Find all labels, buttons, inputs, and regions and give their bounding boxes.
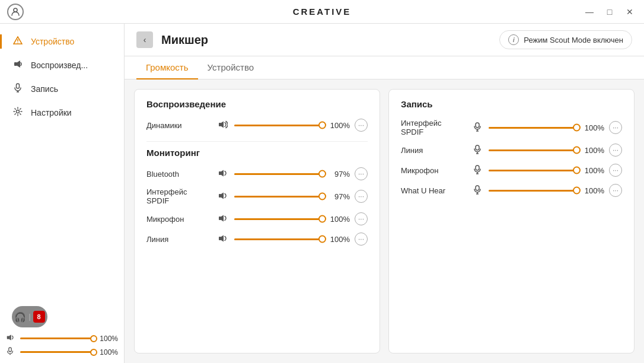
line-monitor-label: Линия [146, 235, 212, 244]
mic-monitor-more-button[interactable]: ··· [355, 212, 368, 225]
spdif-monitor-pct: 97% [327, 192, 350, 201]
svg-rect-22 [476, 165, 479, 170]
sidebar-mic-volume[interactable]: 100% [6, 347, 118, 357]
sidebar-mic-slider[interactable] [20, 351, 94, 353]
svg-rect-9 [9, 348, 11, 352]
mixer-row-spdif: Интерфейс SPDIF 97% ··· [146, 184, 368, 209]
sidebar-speaker-slider[interactable] [20, 337, 94, 339]
spdif-speaker-icon [216, 192, 229, 202]
main-layout: Устройство Воспроизвед... [0, 24, 644, 363]
monitoring-section-title: Мониторинг [146, 148, 368, 158]
svg-rect-3 [14, 62, 17, 66]
sidebar-item-playback[interactable]: Воспроизвед... [0, 53, 124, 77]
svg-point-7 [17, 110, 20, 113]
svg-rect-4 [17, 84, 20, 88]
scout-mode-badge: i Режим Scout Mode включен [499, 30, 632, 49]
sidebar-mic-pct: 100% [97, 348, 118, 356]
content-header: ‹ Микшер i Режим Scout Mode включен [125, 24, 644, 56]
svg-rect-8 [7, 336, 9, 339]
line-record-pct: 100% [582, 146, 604, 155]
spdif-label: Интерфейс SPDIF [146, 187, 212, 205]
app-title: CREATIVE [293, 7, 352, 17]
sidebar-item-device[interactable]: Устройство [0, 30, 124, 53]
content-area: ‹ Микшер i Режим Scout Mode включен Гром… [125, 24, 644, 363]
warning-icon [12, 36, 24, 47]
tab-device[interactable]: Устройство [198, 56, 263, 79]
info-icon: i [508, 34, 519, 45]
user-icon[interactable] [7, 4, 24, 20]
svg-rect-13 [219, 194, 221, 198]
whatuhear-record-more-button[interactable]: ··· [609, 184, 622, 197]
bluetooth-more-button[interactable]: ··· [355, 167, 368, 180]
spdif-record-label: Интерфейс SPDIF [401, 119, 466, 136]
red-badge: 8 [33, 311, 45, 323]
mic-record-slider[interactable] [489, 170, 577, 171]
close-button[interactable]: ✕ [621, 4, 638, 20]
sidebar-playback-label: Воспроизвед... [31, 60, 88, 70]
sidebar-volume-controls: 100% 100% [6, 333, 118, 357]
separator: | [28, 313, 30, 321]
line-monitor-speaker-icon [216, 234, 229, 244]
speakers-icon [216, 120, 229, 130]
mic-monitor-slider[interactable] [234, 218, 323, 220]
sidebar: Устройство Воспроизвед... [0, 24, 125, 363]
spdif-record-slider[interactable] [489, 127, 577, 129]
line-monitor-pct: 100% [327, 235, 350, 244]
line-record-slider[interactable] [489, 149, 577, 151]
sidebar-device-label: Устройство [31, 37, 74, 46]
back-button[interactable]: ‹ [136, 31, 153, 48]
svg-rect-16 [476, 123, 479, 128]
user-button[interactable] [7, 4, 24, 20]
line-monitor-more-button[interactable]: ··· [355, 233, 368, 246]
speakers-more-button[interactable]: ··· [355, 119, 368, 132]
spdif-monitor-slider[interactable] [234, 196, 323, 198]
svg-rect-15 [219, 237, 221, 240]
playback-section-title: Воспроизведение [146, 99, 368, 109]
headphone-icon: 🎧 [14, 311, 26, 323]
device-box[interactable]: 🎧 | 8 [12, 306, 47, 327]
window-controls: — □ ✕ [581, 0, 638, 23]
spdif-monitor-more-button[interactable]: ··· [355, 190, 368, 203]
spdif-record-mic-icon [471, 122, 484, 133]
tabs-bar: Громкость Устройство [125, 56, 644, 79]
spdif-record-more-button[interactable]: ··· [609, 121, 622, 134]
whatuhear-record-mic-icon [471, 185, 484, 196]
whatuhear-record-label: What U Hear [401, 186, 466, 195]
bluetooth-pct: 97% [327, 170, 350, 179]
divider-1 [146, 141, 368, 142]
record-section-title: Запись [401, 99, 622, 109]
line-record-more-button[interactable]: ··· [609, 144, 622, 157]
mixer-row-bluetooth: Bluetooth 97% ··· [146, 164, 368, 184]
minimize-button[interactable]: — [581, 4, 598, 20]
gear-icon [12, 107, 24, 119]
line-record-mic-icon [471, 145, 484, 156]
mic-record-mic-icon [471, 165, 484, 176]
spdif-record-pct: 100% [582, 123, 604, 132]
mic-monitor-pct: 100% [327, 215, 350, 224]
svg-rect-14 [219, 216, 221, 220]
tab-volume[interactable]: Громкость [136, 56, 198, 79]
page-title: Микшер [161, 33, 208, 47]
bluetooth-label: Bluetooth [146, 170, 212, 179]
maximize-button[interactable]: □ [601, 4, 618, 20]
sidebar-item-record[interactable]: Запись [0, 77, 124, 101]
mixer-row-line-record: Линия 100% ··· [401, 140, 622, 160]
mixer-row-whatuhear-record: What U Hear 100% ··· [401, 180, 622, 200]
whatuhear-record-slider[interactable] [489, 190, 577, 192]
playback-monitoring-card: Воспроизведение Динамики [134, 89, 380, 354]
sidebar-speaker-volume[interactable]: 100% [6, 333, 118, 343]
mic-record-pct: 100% [582, 166, 604, 175]
speakers-pct: 100% [327, 121, 350, 130]
speakers-slider[interactable] [234, 125, 323, 126]
bluetooth-speaker-icon [216, 169, 229, 179]
svg-rect-11 [219, 123, 221, 126]
sidebar-item-settings[interactable]: Настройки [0, 101, 124, 125]
mic-monitor-label: Микрофон [146, 215, 212, 224]
bluetooth-slider[interactable] [234, 173, 323, 175]
sidebar-record-label: Запись [31, 84, 58, 94]
line-monitor-slider[interactable] [234, 238, 323, 240]
mixer-row-line-monitor: Линия 100% ··· [146, 229, 368, 249]
sidebar-mic-icon [6, 347, 17, 357]
mic-record-more-button[interactable]: ··· [609, 164, 622, 177]
speakers-label: Динамики [146, 121, 212, 130]
